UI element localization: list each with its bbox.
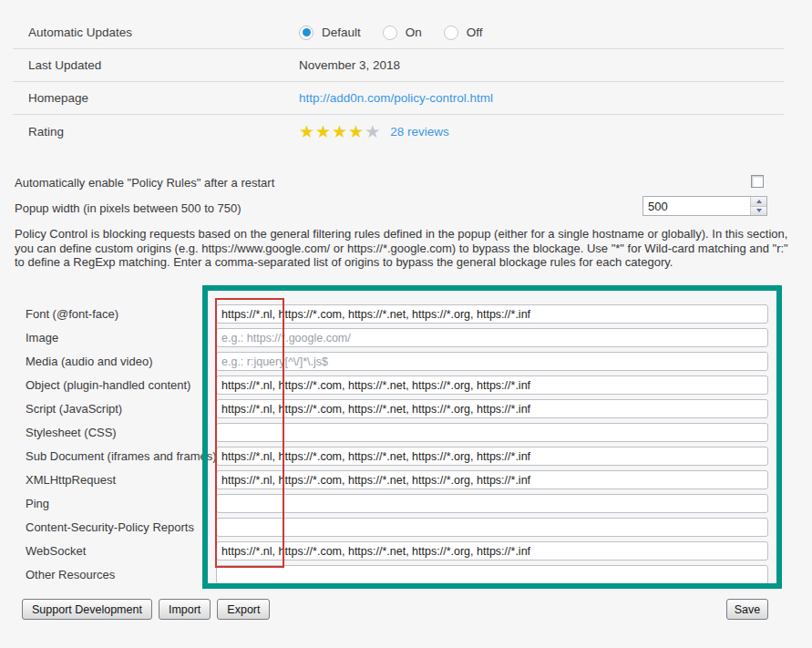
automatic-updates-row: Automatic Updates Default On Off [13,16,784,49]
category-input-xmlhttprequest[interactable] [216,470,768,489]
category-label-object: Object (plugin-handled content) [26,375,190,395]
auto-enable-label: Automatically enable "Policy Rules" afte… [15,176,274,190]
category-input-stylesheet[interactable] [216,423,768,442]
category-input-csp-reports[interactable] [216,518,768,537]
automatic-updates-radio-group: Default On Off [299,26,483,40]
spin-up-button[interactable] [751,197,766,206]
category-input-subdocument[interactable] [216,447,768,466]
radio-label-on: On [406,26,422,39]
category-label-subdocument: Sub Document (iframes and frames) [26,447,217,466]
homepage-label: Homepage [13,91,299,105]
category-input-image[interactable] [216,328,768,347]
homepage-row: Homepage http://add0n.com/policy-control… [13,82,784,115]
category-input-media[interactable] [216,352,768,371]
star-empty-icon: ★ [365,122,381,141]
support-development-button[interactable]: Support Development [22,599,152,620]
reviews-link[interactable]: 28 reviews [390,125,449,139]
auto-enable-checkbox[interactable] [751,175,764,188]
section-description: Policy Control is blocking requests base… [15,227,790,270]
star-rating-icons: ★★★★★ [299,123,381,140]
category-input-script[interactable] [216,399,768,418]
category-label-csp-reports: Content-Security-Policy Reports [26,518,194,537]
category-label-ping: Ping [26,494,49,513]
radio-label-default: Default [322,26,361,39]
radio-label-off: Off [467,26,483,39]
category-label-image: Image [26,328,58,347]
extension-info-table: Automatic Updates Default On Off Last Up… [13,16,784,148]
star-icon: ★★★★ [299,122,365,141]
popup-width-stepper [642,196,767,216]
policy-control-options-page: Automatic Updates Default On Off Last Up… [0,0,812,648]
category-label-stylesheet: Stylesheet (CSS) [26,423,117,442]
rating-row: Rating ★★★★★ 28 reviews [13,115,784,148]
radio-button-selected-icon[interactable] [299,26,313,40]
last-updated-label: Last Updated [13,58,299,72]
last-updated-row: Last Updated November 3, 2018 [13,49,784,82]
category-label-websocket: WebSocket [26,541,86,561]
homepage-link[interactable]: http://add0n.com/policy-control.html [299,91,493,105]
category-input-font[interactable] [216,304,768,324]
category-label-media: Media (audio and video) [26,352,152,371]
automatic-updates-label: Automatic Updates [13,26,299,39]
category-label-other-resources: Other Resources [26,565,115,584]
category-label-font: Font (@font-face) [26,304,118,324]
category-input-ping[interactable] [216,494,768,513]
category-input-websocket[interactable] [216,541,768,561]
footer-button-group: Support Development Import Export [22,599,270,620]
popup-width-label: Popup width (in pixels between 500 to 75… [15,201,242,215]
popup-width-input[interactable] [643,197,750,215]
category-input-object[interactable] [216,375,768,395]
radio-button-icon[interactable] [383,26,397,40]
rating-label: Rating [13,125,299,139]
radio-option-off[interactable]: Off [444,26,483,40]
radio-option-on[interactable]: On [383,26,422,40]
category-label-script: Script (JavaScript) [26,399,122,418]
last-updated-value: November 3, 2018 [299,58,400,72]
import-button[interactable]: Import [159,599,211,620]
spin-up-icon [756,200,762,203]
spin-down-button[interactable] [751,206,766,216]
popup-width-spinner [750,197,766,215]
export-button[interactable]: Export [217,599,270,620]
category-input-other-resources[interactable] [216,565,768,584]
category-label-xmlhttprequest: XMLHttpRequest [26,470,116,489]
spin-down-icon [756,209,762,212]
save-button[interactable]: Save [726,599,768,620]
radio-option-default[interactable]: Default [299,26,361,40]
radio-button-icon[interactable] [444,26,458,40]
